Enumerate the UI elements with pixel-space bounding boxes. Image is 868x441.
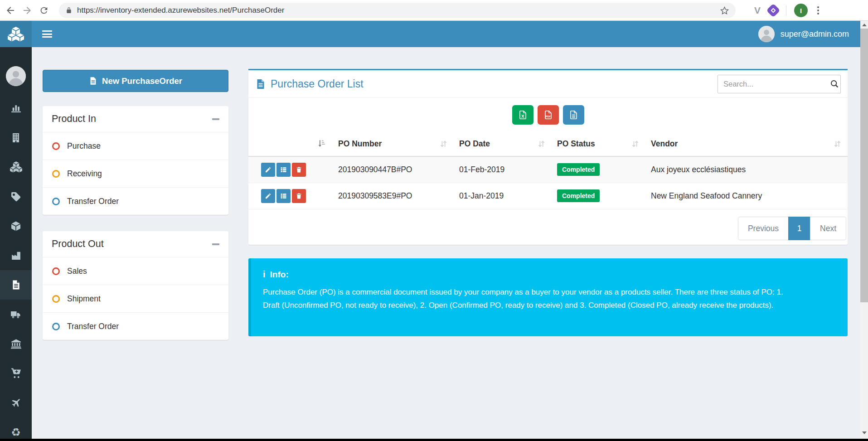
sort-icon [833, 139, 842, 149]
sort-amount-icon [316, 139, 326, 149]
callout-body: Purchase Order (PO) is a commercial docu… [263, 286, 800, 312]
screen-bottom-edge [0, 439, 868, 441]
collapse-icon[interactable] [212, 243, 219, 245]
pencil-icon [265, 193, 272, 199]
export-toolbar: PDF [248, 98, 848, 131]
item-label: Purchase [67, 141, 101, 151]
sidebar-item-purchase[interactable]: Purchase [43, 132, 228, 160]
pencil-icon [265, 166, 272, 173]
sidebar-item-shipment[interactable]: Shipment [43, 285, 228, 312]
circle-icon [52, 295, 60, 303]
back-icon[interactable] [5, 5, 16, 16]
user-menu[interactable]: super@admin.com [758, 21, 849, 47]
export-pdf-button[interactable]: PDF [538, 105, 559, 125]
sidebar-item-warehouse[interactable] [0, 241, 32, 270]
export-doc-button[interactable] [563, 105, 584, 125]
trash-icon [296, 193, 302, 199]
list-icon [280, 166, 287, 173]
divider [786, 5, 786, 16]
pagination: Previous 1 Next [738, 217, 846, 240]
url-text: https://inventory-extended.azurewebsites… [77, 6, 284, 15]
detail-button[interactable] [276, 189, 291, 203]
pagination-next[interactable]: Next [810, 217, 846, 240]
sort-icon [537, 139, 546, 149]
edit-button[interactable] [261, 163, 275, 177]
scroll-up-arrow[interactable] [860, 21, 868, 29]
plane-icon [10, 397, 22, 408]
page-title: Purchase Order List [271, 78, 364, 90]
sidebar-item-purchase-order[interactable] [0, 270, 32, 300]
scrollbar-thumb[interactable] [860, 29, 868, 302]
status-badge: Completed [557, 189, 600, 202]
export-excel-button[interactable] [512, 105, 533, 125]
file-excel-icon [518, 110, 528, 120]
po-date-cell: 01-Feb-2019 [454, 156, 552, 183]
delete-button[interactable] [292, 163, 306, 177]
menu-dots-icon[interactable] [815, 5, 821, 16]
search-input[interactable] [718, 80, 829, 88]
sidebar: ♻ [0, 47, 32, 439]
cube-icon [10, 221, 21, 232]
sidebar-item-sales[interactable]: Sales [43, 257, 228, 285]
sidebar-user-avatar[interactable] [6, 66, 26, 86]
purchase-order-card: Purchase Order List PDF [248, 69, 848, 245]
circle-icon [52, 267, 60, 275]
sidebar-item-bank[interactable] [0, 329, 32, 359]
circle-icon [52, 198, 60, 205]
bookmark-star-icon[interactable] [720, 6, 729, 15]
po-number-cell: 201903090447B#PO [333, 156, 454, 183]
sidebar-item-shipment[interactable] [0, 300, 32, 329]
address-bar[interactable]: https://inventory-extended.azurewebsites… [59, 3, 736, 18]
reload-icon[interactable] [38, 5, 50, 16]
sidebar-item-recycle[interactable]: ♻ [0, 417, 32, 441]
sidebar-item-company[interactable] [0, 123, 32, 152]
new-purchase-order-label: New PurchaseOrder [102, 76, 182, 86]
purchase-order-table: PO Number PO Date PO Status [248, 131, 848, 209]
building-icon [10, 132, 21, 143]
column-header-vendor[interactable]: Vendor [645, 131, 848, 156]
detail-button[interactable] [276, 163, 291, 177]
file-text-icon [11, 279, 21, 291]
delete-button[interactable] [292, 189, 306, 203]
lock-icon [65, 7, 73, 14]
new-purchase-order-button[interactable]: New PurchaseOrder [43, 70, 228, 92]
edit-button[interactable] [261, 189, 275, 203]
sidebar-item-transfer-order-out[interactable]: Transfer Order [43, 312, 228, 340]
vue-extension-icon[interactable]: V [754, 5, 761, 16]
sidebar-item-products[interactable] [0, 152, 32, 182]
search-button[interactable] [829, 75, 840, 93]
sidebar-item-receiving[interactable]: Receiving [43, 160, 228, 187]
sort-icon [439, 139, 448, 149]
sidebar-item-package[interactable] [0, 211, 32, 241]
sidebar-item-tags[interactable] [0, 182, 32, 211]
forward-icon[interactable] [21, 5, 33, 16]
bar-chart-icon [10, 102, 22, 114]
column-header-po-date[interactable]: PO Date [454, 131, 552, 156]
column-header-actions[interactable] [248, 131, 333, 156]
scroll-down-arrow[interactable] [860, 429, 868, 436]
po-number-cell: 20190309583E9#PO [333, 183, 454, 209]
browser-profile-avatar[interactable]: I [794, 4, 808, 17]
app-logo[interactable] [0, 21, 32, 47]
sort-icon [630, 139, 640, 149]
table-row: 201903090447B#PO 01-Feb-2019 Completed A… [248, 156, 848, 183]
trash-icon [296, 166, 302, 173]
purple-extension-icon[interactable] [766, 3, 780, 17]
truck-icon [10, 309, 22, 320]
pagination-page-1[interactable]: 1 [788, 217, 810, 240]
collapse-icon[interactable] [212, 118, 219, 120]
content-area: New PurchaseOrder Product In Purchase Re… [32, 47, 860, 439]
item-label: Transfer Order [67, 322, 119, 331]
sidebar-item-dashboard[interactable] [0, 93, 32, 123]
sidebar-toggle[interactable] [42, 30, 52, 38]
column-header-po-number[interactable]: PO Number [333, 131, 454, 156]
column-header-po-status[interactable]: PO Status [552, 131, 645, 156]
factory-icon [10, 250, 22, 261]
pagination-previous[interactable]: Previous [738, 217, 789, 240]
sidebar-item-transfer-order-in[interactable]: Transfer Order [43, 187, 228, 215]
item-label: Transfer Order [67, 197, 119, 206]
sidebar-item-sales-order[interactable] [0, 359, 32, 388]
sidebar-item-transfer[interactable] [0, 388, 32, 417]
vertical-scrollbar[interactable] [860, 21, 868, 439]
panel-title: Product In [52, 113, 96, 125]
